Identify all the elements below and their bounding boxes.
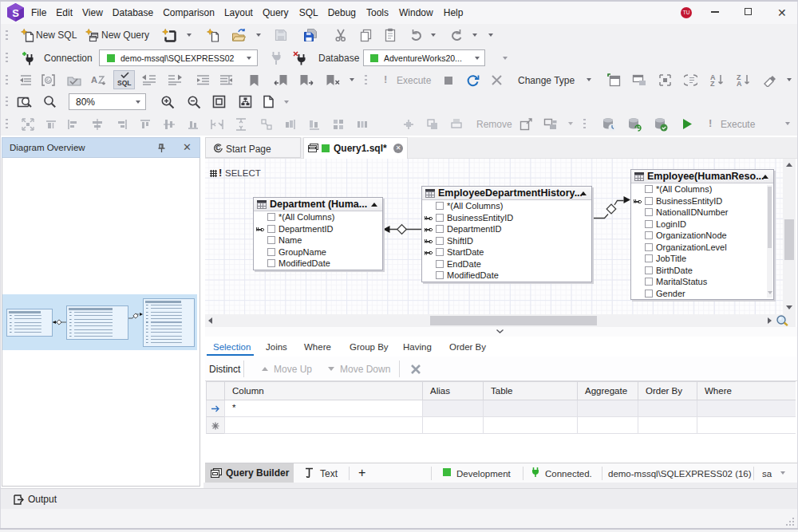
svg-text:A: A: [91, 75, 97, 85]
svg-text:Z: Z: [710, 80, 715, 87]
svg-text:A: A: [737, 80, 742, 87]
svg-text:SQL: SQL: [117, 79, 131, 87]
svg-text:S: S: [12, 7, 19, 19]
